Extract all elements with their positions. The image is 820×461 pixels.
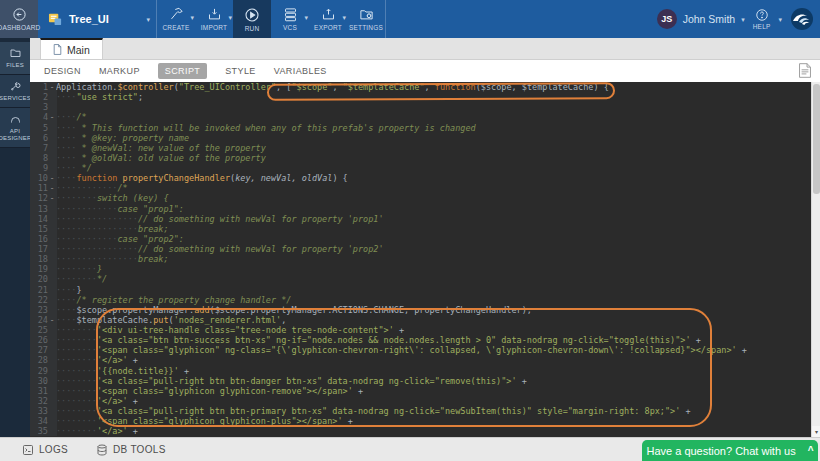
chat-caret-icon: ^ bbox=[808, 445, 814, 456]
project-name: Tree_UI bbox=[69, 13, 109, 25]
logs-label: LOGS bbox=[39, 444, 68, 455]
tab-script[interactable]: SCRIPT bbox=[158, 63, 207, 79]
project-selector[interactable]: Tree_UI ▾ bbox=[38, 0, 156, 38]
dashboard-label: DASHBOARD bbox=[0, 24, 41, 31]
tab-variables[interactable]: VARIABLES bbox=[274, 66, 327, 76]
code-line: 35········'</a>' + bbox=[30, 426, 820, 436]
create-caret-icon: ▾ bbox=[190, 14, 194, 21]
code-line: 30········'<a class="pull-right btn btn-… bbox=[30, 376, 820, 386]
code-line: 24-····$templateCache.put('nodes_rendere… bbox=[30, 315, 820, 325]
sidebar-item-files[interactable]: FILES bbox=[0, 42, 30, 75]
project-icon bbox=[48, 12, 63, 26]
page-tab-bar: Main bbox=[30, 38, 820, 60]
code-line: 25········'<div ui-tree-handle class="tr… bbox=[30, 325, 820, 335]
sidebar-item-label: FILES bbox=[6, 62, 24, 69]
logs-button[interactable]: LOGS bbox=[22, 444, 68, 456]
create-label: CREATE bbox=[162, 24, 189, 31]
settings-label: SETTINGS bbox=[349, 24, 383, 31]
tab-style[interactable]: STYLE bbox=[225, 66, 256, 76]
dashboard-button[interactable]: DASHBOARD bbox=[0, 0, 38, 38]
create-button[interactable]: CREATE ▾ bbox=[157, 0, 195, 38]
project-caret-icon: ▾ bbox=[146, 16, 150, 23]
settings-folder-gear-icon bbox=[359, 7, 374, 22]
code-line: 31········'<span class="glyphicon glyphi… bbox=[30, 386, 820, 396]
settings-button[interactable]: SETTINGS bbox=[347, 0, 385, 38]
scrollbar-down-arrow-icon[interactable]: ▾ bbox=[812, 426, 820, 437]
help-caret-icon: ▾ bbox=[778, 16, 782, 23]
code-line: 14················// do something with n… bbox=[30, 214, 820, 224]
export-icon bbox=[321, 7, 336, 22]
folder-icon bbox=[9, 47, 22, 59]
code-line: 26········'<a class="btn btn-success btn… bbox=[30, 335, 820, 345]
help-button[interactable]: HELP bbox=[753, 8, 771, 30]
code-line: 22····/* register the property change ha… bbox=[30, 295, 820, 305]
wavemaker-logo-icon[interactable] bbox=[790, 7, 814, 31]
code-line: 4-····/* bbox=[30, 112, 820, 122]
code-line: 2····"use strict"; bbox=[30, 92, 820, 102]
dashboard-back-icon bbox=[12, 7, 27, 22]
code-line: 13············case "prop1": bbox=[30, 204, 820, 214]
code-line: 33········'<a class="pull-right btn btn-… bbox=[30, 406, 820, 416]
logs-icon bbox=[22, 444, 34, 456]
code-line: 17················// do something with n… bbox=[30, 244, 820, 254]
export-caret-icon: ▾ bbox=[342, 14, 346, 21]
arc-icon bbox=[9, 113, 22, 125]
code-area: 1-Application.$controller("Tree_UIContro… bbox=[30, 82, 820, 436]
tab-main-label: Main bbox=[67, 44, 90, 56]
vcs-label: VCS bbox=[283, 24, 297, 31]
code-line: 20········*/ bbox=[30, 274, 820, 284]
help-question-icon bbox=[755, 8, 769, 22]
format-file-icon[interactable] bbox=[798, 63, 812, 78]
user-menu[interactable]: JS John Smith ▾ bbox=[657, 9, 745, 29]
code-line: 23····$scope.propertyManager.add($scope.… bbox=[30, 305, 820, 315]
code-line: 19········} bbox=[30, 264, 820, 274]
code-line: 32········'</a>' + bbox=[30, 396, 820, 406]
vcs-button[interactable]: VCS ▾ bbox=[271, 0, 309, 38]
code-line: 16············case "prop2": bbox=[30, 234, 820, 244]
left-sidebar: FILES SERVICES API DESIGNER bbox=[0, 38, 30, 437]
page-icon bbox=[53, 44, 62, 55]
vcs-caret-icon: ▾ bbox=[304, 14, 308, 21]
code-line: 27········'<span class="glyphicon" ng-cl… bbox=[30, 345, 820, 355]
sidebar-item-services[interactable]: SERVICES bbox=[0, 75, 30, 108]
run-button[interactable]: RUN bbox=[233, 0, 271, 38]
code-line: 10-····function propertyChangeHandler(ke… bbox=[30, 173, 820, 183]
toolbar-right-cluster: JS John Smith ▾ HELP ▾ bbox=[657, 0, 820, 38]
code-line: 12-········switch (key) { bbox=[30, 193, 820, 203]
database-icon bbox=[96, 444, 108, 456]
import-caret-icon: ▾ bbox=[228, 14, 232, 21]
code-line: 9···· */ bbox=[30, 163, 820, 173]
vcs-stack-icon bbox=[283, 7, 298, 22]
hammer-icon bbox=[169, 7, 184, 22]
run-label: RUN bbox=[245, 25, 260, 32]
editor-scrollbar[interactable]: ▾ bbox=[811, 82, 820, 437]
code-line: 3 bbox=[30, 102, 820, 112]
code-line: 15················break; bbox=[30, 224, 820, 234]
chat-widget-button[interactable]: Have a question? Chat with us ^ bbox=[642, 440, 818, 461]
tab-markup[interactable]: MARKUP bbox=[99, 66, 140, 76]
code-line: 1-Application.$controller("Tree_UIContro… bbox=[30, 82, 820, 92]
export-label: EXPORT bbox=[314, 24, 342, 31]
code-line: 29········'{{node.title}}' + bbox=[30, 366, 820, 376]
tab-main[interactable]: Main bbox=[40, 38, 103, 59]
import-label: IMPORT bbox=[201, 24, 227, 31]
db-tools-button[interactable]: DB TOOLS bbox=[96, 444, 166, 456]
export-button[interactable]: EXPORT ▾ bbox=[309, 0, 347, 38]
sidebar-item-api-designer[interactable]: API DESIGNER bbox=[0, 108, 30, 148]
help-label: HELP bbox=[753, 23, 771, 30]
sidebar-item-label: API DESIGNER bbox=[0, 128, 31, 142]
script-editor[interactable]: 1-Application.$controller("Tree_UIContro… bbox=[30, 82, 820, 437]
code-line: 28········'</a>' + bbox=[30, 355, 820, 365]
toolbar-divider bbox=[385, 0, 386, 38]
import-icon bbox=[207, 7, 222, 22]
editor-mode-tabs: DESIGN MARKUP SCRIPT STYLE VARIABLES bbox=[30, 60, 820, 82]
code-line: 6···· * @key: property name bbox=[30, 133, 820, 143]
code-line: 18················break; bbox=[30, 254, 820, 264]
code-line: 21····} bbox=[30, 285, 820, 295]
import-button[interactable]: IMPORT ▾ bbox=[195, 0, 233, 38]
tab-design[interactable]: DESIGN bbox=[44, 66, 81, 76]
code-line: 34········'<span class="glyphicon glyphi… bbox=[30, 416, 820, 426]
code-line: 8···· * @oldVal: old value of the proper… bbox=[30, 153, 820, 163]
chat-label: Have a question? Chat with us bbox=[646, 445, 795, 457]
scrollbar-thumb[interactable] bbox=[813, 84, 820, 194]
